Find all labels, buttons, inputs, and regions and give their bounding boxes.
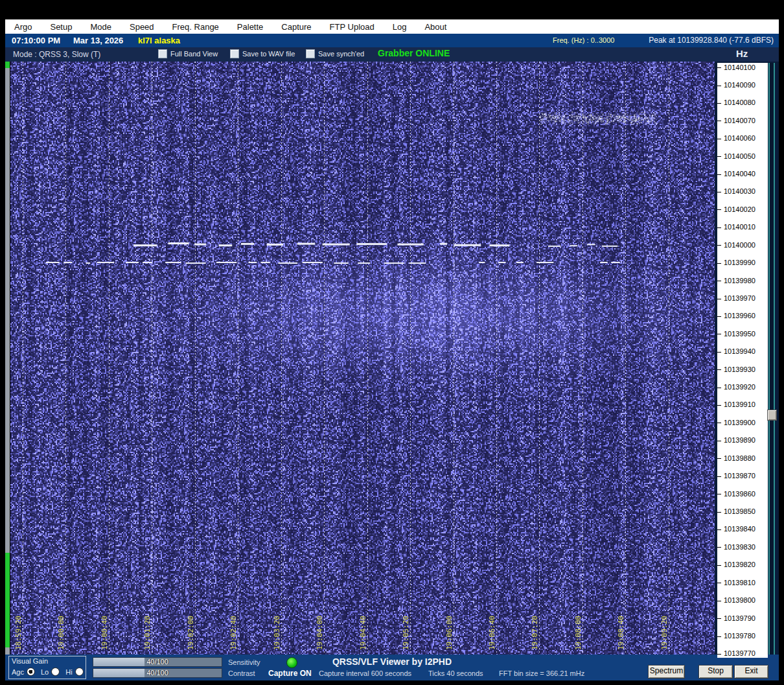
- freq-scale-label: 10139940: [717, 347, 755, 355]
- menu-item-about[interactable]: About: [415, 22, 455, 32]
- checkbox-full-band-view[interactable]: Full Band View: [158, 49, 218, 58]
- ticks-info: Ticks 40 seconds: [428, 669, 483, 677]
- progress-marker-top: [5, 62, 10, 68]
- freq-value: 10139830: [724, 543, 755, 551]
- menu-item-ftp-upload[interactable]: FTP Upload: [321, 22, 384, 32]
- checkbox-icon[interactable]: [158, 49, 167, 58]
- freq-tick-mark: [717, 547, 721, 548]
- freq-value: 10140010: [724, 223, 755, 231]
- freq-value: 10140020: [724, 205, 755, 213]
- menu-item-argo[interactable]: Argo: [5, 22, 41, 32]
- checkbox-save-synch-ed[interactable]: Save synch'ed: [306, 49, 364, 58]
- capture-interval-info: Capture interval 600 seconds: [319, 669, 411, 677]
- freq-scale-label: 10139860: [717, 490, 755, 498]
- freq-scale-label: 10140060: [717, 134, 755, 142]
- freq-scale-label: 10139910: [717, 401, 755, 408]
- freq-tick-mark: [717, 583, 721, 583]
- checkbox-icon[interactable]: [230, 49, 239, 58]
- freq-scale-label: 10139990: [717, 259, 755, 266]
- freq-scale-label: 10139890: [717, 436, 755, 444]
- freq-value: 10139980: [724, 277, 755, 284]
- stop-button[interactable]: Stop: [698, 665, 733, 679]
- radio-hi[interactable]: [75, 668, 84, 676]
- grabber-status: Grabber ONLINE: [378, 48, 450, 58]
- freq-value: 10140050: [724, 152, 755, 160]
- freq-value: 10140070: [724, 117, 755, 124]
- freq-tick-mark: [717, 103, 721, 104]
- freq-value: 10139840: [724, 525, 755, 533]
- freq-tick-mark: [717, 334, 721, 334]
- fft-bin-size-info: FFT bin size = 366.21 mHz: [499, 669, 584, 677]
- checkbox-label: Full Band View: [170, 50, 218, 58]
- menu-bar: ArgoSetupModeSpeedFreq. RangePaletteCapt…: [5, 19, 779, 34]
- menu-item-log[interactable]: Log: [384, 22, 416, 32]
- freq-scale-label: 10139900: [717, 419, 755, 426]
- contrast-value: 40/100: [93, 669, 222, 677]
- checkbox-icon[interactable]: [306, 49, 315, 58]
- menu-item-speed[interactable]: Speed: [121, 22, 163, 32]
- freq-value: 10139990: [724, 259, 755, 266]
- freq-tick-mark: [717, 618, 721, 619]
- freq-scale-label: 10139870: [717, 472, 755, 480]
- freq-value: 10139770: [724, 649, 755, 657]
- freq-tick-mark: [717, 352, 721, 353]
- freq-value: 10140060: [724, 134, 755, 142]
- freq-value: 10140100: [724, 64, 755, 71]
- checkbox-save-to-wav-file[interactable]: Save to WAV file: [230, 49, 295, 58]
- freq-value: 10139950: [724, 330, 755, 338]
- freq-value: 10139890: [724, 436, 755, 444]
- freq-tick-mark: [717, 441, 721, 441]
- freq-value: 10140090: [724, 81, 755, 89]
- menu-item-capture[interactable]: Capture: [272, 22, 320, 32]
- menu-item-palette[interactable]: Palette: [228, 22, 272, 32]
- freq-tick-mark: [717, 121, 721, 121]
- freq-scale-label: 10139930: [717, 366, 755, 373]
- freq-value: 10139820: [724, 561, 755, 568]
- bottom-control-bar: Visual Gain AgcLoHi 40/100 40/100 Sensit…: [5, 655, 779, 680]
- exit-button[interactable]: Exit: [734, 665, 768, 679]
- freq-value: 10139960: [724, 312, 755, 319]
- freq-scale-label: 10139820: [717, 561, 755, 568]
- freq-value: 10139850: [724, 507, 755, 515]
- freq-scale-label: 10140020: [717, 205, 755, 213]
- checkbox-label: Save to WAV file: [242, 50, 295, 58]
- freq-value: 10139920: [724, 383, 755, 391]
- freq-scale-label: 10139810: [717, 579, 755, 586]
- frequency-scrollbar-thumb[interactable]: [767, 410, 777, 421]
- freq-tick-mark: [717, 601, 721, 601]
- spectrum-button[interactable]: Spectrum: [648, 665, 685, 679]
- menu-item-mode[interactable]: Mode: [81, 22, 121, 32]
- freq-tick-mark: [717, 209, 721, 210]
- freq-tick-mark: [717, 388, 721, 388]
- frequency-scrollbar-track[interactable]: [768, 63, 775, 655]
- freq-scale-label: 10140030: [717, 187, 755, 195]
- freq-scale-label: 10140000: [717, 241, 755, 249]
- frequency-scale: 1014010010140090101400801014007010140060…: [717, 63, 768, 658]
- freq-value: 10139930: [724, 366, 755, 373]
- contrast-slider[interactable]: 40/100: [93, 668, 222, 678]
- mode-bar: Mode : QRSS 3, Slow (T) Grabber ONLINE H…: [5, 47, 779, 62]
- freq-tick-mark: [717, 316, 721, 317]
- waterfall-display[interactable]: [10, 62, 715, 655]
- mode-label: Mode : QRSS 3, Slow (T): [13, 50, 100, 59]
- freq-tick-mark: [717, 636, 721, 637]
- visual-gain-radio-row: AgcLoHi: [12, 668, 89, 676]
- freq-value: 10139870: [724, 472, 755, 480]
- radio-lo[interactable]: [51, 668, 60, 676]
- menu-item-setup[interactable]: Setup: [41, 22, 81, 32]
- freq-scale-label: 10139790: [717, 614, 755, 622]
- radio-agc[interactable]: [27, 668, 35, 676]
- freq-tick-mark: [717, 263, 721, 264]
- radio-label-lo: Lo: [41, 668, 49, 676]
- freq-value: 10140080: [724, 99, 755, 106]
- menu-item-freq-range[interactable]: Freq. Range: [163, 22, 228, 32]
- checkbox-label: Save synch'ed: [318, 50, 364, 58]
- radio-label-hi: Hi: [65, 668, 72, 676]
- freq-value: 10139900: [724, 419, 755, 426]
- capture-progress-strip: [5, 62, 10, 655]
- freq-scale-label: 10139880: [717, 454, 755, 462]
- peak-readout: Peak at 10139928.840 (-77.6 dBFS): [649, 36, 774, 45]
- freq-scale-label: 10140100: [717, 64, 755, 71]
- freq-value: 10139940: [724, 347, 755, 355]
- freq-tick-mark: [717, 174, 721, 175]
